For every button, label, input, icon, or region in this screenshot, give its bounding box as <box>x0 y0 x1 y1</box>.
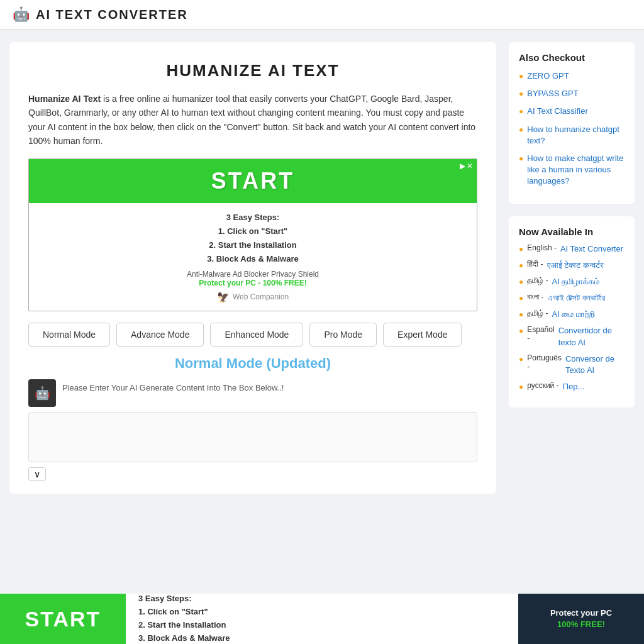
lang-bengali: বাংলা - <box>527 292 543 301</box>
list-item: How to make chatgpt write like a human i… <box>519 153 625 187</box>
logo-text: AI TEXT CONVERTER <box>36 8 188 22</box>
ad-banner-bottom: 3 Easy Steps: 1. Click on "Start" 2. Sta… <box>29 203 477 311</box>
lang-english: English - <box>527 243 557 252</box>
mode-button-pro[interactable]: Pro Mode <box>309 323 377 347</box>
lang-tamil2-link[interactable]: AI மை மாற்றி <box>552 309 596 320</box>
mode-button-expert[interactable]: Expert Mode <box>383 323 462 347</box>
lang-spanish: Español - <box>527 325 554 343</box>
sidebar: Also Checkout ZERO GPT BYPASS GPT AI Tex… <box>509 42 635 494</box>
now-available-title: Now Available In <box>519 226 625 237</box>
lang-tamil2: தமிழ் - <box>527 309 548 318</box>
ad-protect-label: Anti-Malware Ad Blocker Privacy Shield <box>42 270 464 279</box>
page-layout: HUMANIZE AI TEXT Humanize AI Text is a f… <box>0 30 644 506</box>
mode-button-normal[interactable]: Normal Mode <box>28 323 110 347</box>
scroll-indicator: ∨ <box>28 467 477 481</box>
ad-step3: 3. Block Ads & Malware <box>42 252 464 266</box>
lang-tamil1-link[interactable]: AI தமிழாக்கம் <box>552 276 600 287</box>
ad-web-companion: 🦅 Web Companion <box>42 291 464 303</box>
humanize-chatgpt-link[interactable]: How to humanize chatgpt text? <box>527 124 625 147</box>
mode-button-advance[interactable]: Advance Mode <box>116 323 204 347</box>
ad-close-icon: ✕ <box>467 162 473 170</box>
lang-russian: русский - <box>527 381 558 390</box>
list-item: Español - Convertidor de texto AI <box>519 325 625 348</box>
mode-title: Normal Mode (Updated) <box>28 355 477 372</box>
list-item: हिंदी - एआई टेक्स्ट कन्वर्टर <box>519 260 625 271</box>
input-label-row: 🤖 Please Enter Your AI Generate Content … <box>28 379 477 407</box>
ad-step1: 1. Click on "Start" <box>42 225 464 238</box>
lang-spanish-link[interactable]: Convertidor de texto AI <box>558 325 625 348</box>
lang-portuguese: Português - <box>527 353 562 371</box>
list-item: How to humanize chatgpt text? <box>519 124 625 147</box>
ad-steps: 3 Easy Steps: 1. Click on "Start" 2. Sta… <box>42 211 464 266</box>
robot-icon: 🤖 <box>28 379 56 407</box>
chatgpt-human-link[interactable]: How to make chatgpt write like a human i… <box>527 153 625 187</box>
text-input-area[interactable] <box>28 412 477 462</box>
lang-hindi: हिंदी - <box>527 260 543 269</box>
ad-banner-top: ▶ ✕ START <box>29 159 477 203</box>
bypass-gpt-link[interactable]: BYPASS GPT <box>527 88 578 99</box>
ad-banner: ▶ ✕ START 3 Easy Steps: 1. Click on "Sta… <box>28 158 477 311</box>
page-title: HUMANIZE AI TEXT <box>28 61 477 80</box>
lang-tamil1: தமிழ் - <box>527 276 548 285</box>
web-companion-icon: 🦅 <box>217 291 230 303</box>
web-companion-label: Web Companion <box>233 292 289 301</box>
ad-protect: Anti-Malware Ad Blocker Privacy Shield P… <box>42 270 464 287</box>
ad-step2: 2. Start the Installation <box>42 238 464 252</box>
list-item: বাংলা - এআই টেক্সট কনভার্টার <box>519 292 625 304</box>
input-hint: Please Enter Your AI Generate Content In… <box>62 379 284 392</box>
lang-russian-link[interactable]: Пер... <box>563 381 585 392</box>
zero-gpt-link[interactable]: ZERO GPT <box>527 70 569 82</box>
mode-button-enhanced[interactable]: Enhanced Mode <box>210 323 303 347</box>
ai-text-classifier-link[interactable]: AI Text Classifier <box>527 106 588 117</box>
list-item: தமிழ் - AI மை மாற்றி <box>519 309 625 320</box>
lang-hindi-link[interactable]: एआई टेक्स्ट कन्वर्टर <box>547 260 604 271</box>
ad-marker: ▶ <box>460 162 465 170</box>
lang-portuguese-link[interactable]: Conversor de Texto AI <box>565 353 625 376</box>
now-available-list: English - AI Text Converter हिंदी - एआई … <box>519 243 625 393</box>
now-available-card: Now Available In English - AI Text Conve… <box>509 216 635 408</box>
logo-icon: 🤖 <box>13 6 30 23</box>
main-content: HUMANIZE AI TEXT Humanize AI Text is a f… <box>9 42 496 494</box>
header: 🤖 AI TEXT CONVERTER <box>0 0 644 30</box>
lang-english-link[interactable]: AI Text Converter <box>560 243 623 255</box>
ad-protect-free: Protect your PC - 100% FREE! <box>42 279 464 287</box>
list-item: Português - Conversor de Texto AI <box>519 353 625 376</box>
ad-steps-title: 3 Easy Steps: <box>42 211 464 225</box>
list-item: AI Text Classifier <box>519 106 625 117</box>
also-checkout-list: ZERO GPT BYPASS GPT AI Text Classifier H… <box>519 70 625 187</box>
list-item: English - AI Text Converter <box>519 243 625 255</box>
mode-buttons-container: Normal Mode Advance Mode Enhanced Mode P… <box>28 323 477 347</box>
list-item: ZERO GPT <box>519 70 625 82</box>
list-item: தமிழ் - AI தமிழாக்கம் <box>519 276 625 287</box>
list-item: BYPASS GPT <box>519 88 625 99</box>
also-checkout-title: Also Checkout <box>519 52 625 63</box>
scroll-down-button[interactable]: ∨ <box>28 467 46 481</box>
page-description: Humanize AI Text is a free online ai hum… <box>28 92 477 148</box>
ad-close-button[interactable]: ▶ ✕ <box>460 162 473 170</box>
lang-bengali-link[interactable]: এআই টেক্সট কনভার্টার <box>548 292 605 304</box>
also-checkout-card: Also Checkout ZERO GPT BYPASS GPT AI Tex… <box>509 42 635 204</box>
ad-start-text[interactable]: START <box>38 168 468 194</box>
list-item: русский - Пер... <box>519 381 625 392</box>
